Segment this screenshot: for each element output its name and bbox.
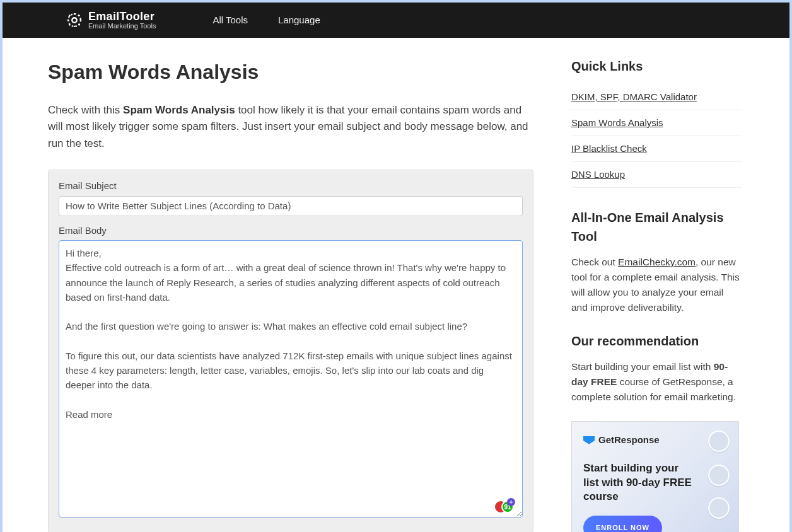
brand-subtitle: Email Marketing Tools [88, 23, 156, 30]
nav-language[interactable]: Language [278, 13, 320, 28]
page-title: Spam Words Analysis [48, 57, 533, 87]
brand[interactable]: EmailTooler Email Marketing Tools [66, 11, 156, 30]
ad-logo: GetResponse [583, 433, 727, 448]
main-content: Spam Words Analysis Check with this Spam… [48, 57, 533, 532]
quick-link-dns[interactable]: DNS Lookup [571, 169, 625, 180]
nav-all-tools[interactable]: All Tools [213, 13, 248, 28]
brand-title: EmailTooler [88, 11, 156, 23]
aio-link[interactable]: EmailChecky.com [618, 257, 696, 267]
sidebar: Quick Links DKIM, SPF, DMARC Validator S… [571, 57, 742, 532]
quick-link-spam[interactable]: Spam Words Analysis [571, 117, 663, 128]
rec-pre: Start building your email list with [571, 361, 714, 372]
list-item: DNS Lookup [571, 162, 742, 188]
aio-title: All-In-One Email Analysis Tool [571, 208, 742, 246]
quick-link-ip[interactable]: IP Blacklist Check [571, 143, 647, 154]
navbar: EmailTooler Email Marketing Tools All To… [3, 3, 789, 38]
gear-icon [66, 11, 83, 29]
aio-text: Check out EmailChecky.com, our new tool … [571, 255, 742, 315]
aio-pre: Check out [571, 257, 618, 267]
subject-label: Email Subject [59, 179, 523, 194]
ad-banner[interactable]: GetResponse Start building your list wit… [571, 421, 739, 532]
ad-cta-button[interactable]: ENROLL NOW [583, 516, 662, 532]
body-label: Email Body [59, 224, 523, 238]
body-textarea[interactable] [59, 240, 523, 518]
avatar [708, 465, 730, 486]
ad-headline: Start building your list with 90-day FRE… [583, 461, 697, 505]
form-panel: Email Subject Email Body 91 + [48, 170, 533, 532]
intro-pre: Check with this [48, 104, 123, 116]
ad-logo-text: GetResponse [598, 433, 660, 448]
rec-text: Start building your email list with 90-d… [571, 359, 742, 405]
envelope-icon [583, 436, 595, 444]
list-item: Spam Words Analysis [571, 110, 742, 136]
subject-input[interactable] [59, 196, 523, 216]
rec-title: Our recommendation [571, 332, 742, 350]
avatar [708, 497, 730, 519]
avatar [708, 431, 730, 452]
intro-bold: Spam Words Analysis [123, 104, 235, 116]
quick-links-list: DKIM, SPF, DMARC Validator Spam Words An… [571, 84, 742, 188]
list-item: DKIM, SPF, DMARC Validator [571, 84, 742, 110]
list-item: IP Blacklist Check [571, 136, 742, 162]
quick-link-dkim[interactable]: DKIM, SPF, DMARC Validator [571, 91, 697, 102]
quick-links-title: Quick Links [571, 57, 742, 76]
svg-point-0 [72, 18, 76, 22]
intro-text: Check with this Spam Words Analysis tool… [48, 102, 533, 152]
